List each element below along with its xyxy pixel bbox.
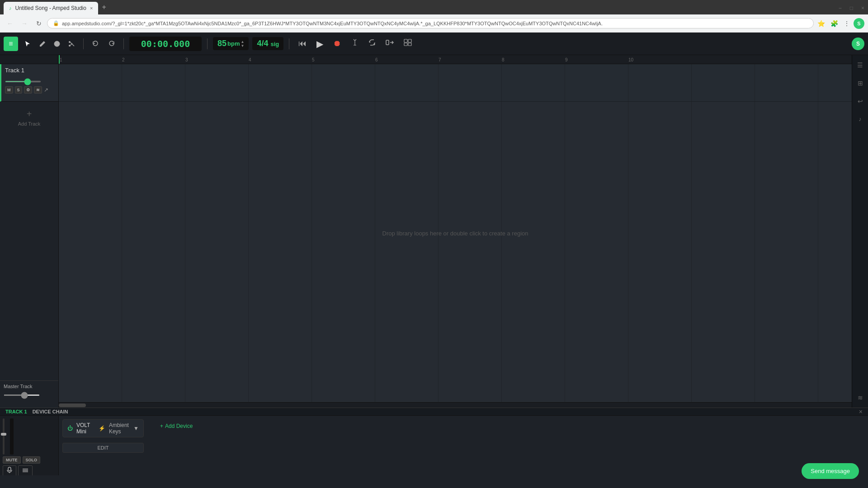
add-track-plus-icon: + [27, 109, 32, 119]
scrollbar-track-h[interactable] [59, 403, 846, 408]
device-dropdown-arrow: ▼ [133, 425, 139, 432]
quantize-button[interactable] [400, 37, 415, 50]
profile-avatar[interactable]: S [854, 18, 864, 29]
punch-in-button[interactable] [382, 37, 397, 50]
sidebar-right-icon-bottom[interactable]: ≋ [856, 391, 865, 404]
drop-hint-text: Drop library loops here or double click … [382, 230, 528, 237]
track-automation-btn-1[interactable]: ↗ [44, 87, 48, 93]
sidebar-right-icon-4[interactable]: ♪ [857, 113, 863, 125]
reload-button[interactable]: ↻ [33, 17, 45, 30]
track-eq-btn-1[interactable]: ≋ [34, 86, 42, 94]
grid-empty-space[interactable]: Drop library loops here or double click … [59, 102, 852, 402]
tab-favicon: ♪ [9, 5, 12, 11]
active-tab[interactable]: ♪ Untitled Song - Amped Studio × [4, 2, 98, 14]
redo-button[interactable] [105, 38, 118, 49]
sidebar-right-icon-3[interactable]: ↩ [856, 95, 865, 108]
timeline-area: 1 2 3 4 5 6 7 8 9 10 [59, 55, 852, 408]
forward-button[interactable]: → [18, 17, 31, 30]
device-edit-button[interactable]: EDIT [62, 443, 144, 453]
volume-fader-track[interactable] [3, 418, 5, 455]
add-track-area[interactable]: + Add Track [0, 102, 58, 380]
menu-button[interactable]: ≡ [4, 37, 18, 51]
time-signature-display[interactable]: 4/4 sig [252, 37, 283, 50]
ruler-marker-8: 8 [502, 57, 505, 62]
scissors-tool-button[interactable] [65, 38, 78, 49]
new-tab-button[interactable]: + [98, 3, 109, 11]
bottom-panel-content: MUTE SOLO [0, 416, 868, 475]
tool-group [22, 38, 78, 49]
bottom-panel: TRACK 1 DEVICE CHAIN × [0, 408, 868, 475]
extensions-button[interactable]: 🧩 [829, 18, 840, 29]
maximize-button[interactable]: □ [846, 2, 857, 14]
track-settings-btn-1[interactable]: ⚙ [24, 86, 32, 94]
mixer-eq-button[interactable] [18, 465, 33, 475]
address-bar[interactable]: 🔒 app.ampedstudio.com/?_gl=1*zkt20c*_ga*… [47, 18, 814, 28]
mixer-mute-button[interactable]: MUTE [3, 456, 21, 464]
master-track-header[interactable]: Master Track [0, 380, 58, 408]
device-item-volt-mini[interactable]: ⏻ VOLT Mini ⚡ Ambient Keys ▼ [62, 419, 144, 437]
ruler-marker-6: 6 [375, 57, 378, 62]
mixer-icon-buttons [3, 465, 56, 475]
nav-actions: ⭐ 🧩 ⋮ S [816, 18, 864, 29]
metronome-button[interactable] [348, 37, 362, 50]
clock-tool-button[interactable] [51, 38, 63, 49]
bpm-down-arrow[interactable]: ▼ [241, 44, 244, 48]
bottom-track-label: TRACK 1 [5, 409, 27, 414]
track-1-grid-row[interactable] [59, 64, 852, 102]
time-display: 00:00.000 [129, 37, 202, 51]
send-message-button[interactable]: Send message [802, 463, 859, 479]
select-tool-button[interactable] [22, 38, 34, 49]
back-button[interactable]: ← [4, 17, 16, 30]
svg-rect-5 [386, 40, 389, 45]
device-preset-dropdown[interactable]: Ambient Keys ▼ [109, 422, 139, 435]
tab-title: Untitled Song - Amped Studio [15, 5, 86, 11]
track-mute-btn-1[interactable]: M [5, 86, 13, 94]
sig-unit: sig [270, 41, 279, 47]
add-device-plus-icon: + [160, 423, 163, 429]
scrollbar-thumb-h[interactable] [59, 404, 86, 407]
bpm-display[interactable]: 85 bpm ▲ ▼ [213, 37, 249, 50]
navigation-bar: ← → ↻ 🔒 app.ampedstudio.com/?_gl=1*zkt20… [0, 14, 868, 33]
play-button[interactable]: ▶ [313, 37, 327, 51]
pencil-tool-button[interactable] [36, 38, 49, 49]
lock-icon: 🔒 [53, 20, 59, 26]
fader-column [3, 418, 5, 455]
track-volume-1[interactable] [5, 81, 41, 82]
close-button[interactable]: × [858, 2, 868, 14]
track-solo-btn-1[interactable]: S [15, 86, 22, 94]
svg-rect-8 [404, 43, 407, 46]
mixer-solo-button[interactable]: SOLO [23, 456, 41, 464]
horizontal-scrollbar[interactable] [59, 402, 852, 408]
sidebar-right-icon-2[interactable]: ⊞ [856, 77, 865, 89]
bpm-up-arrow[interactable]: ▲ [241, 40, 244, 44]
svg-point-1 [69, 41, 71, 43]
add-track-button[interactable]: + Add Track [18, 109, 41, 127]
add-device-button[interactable]: + Add Device [156, 419, 196, 433]
playhead[interactable] [59, 55, 60, 64]
sidebar-right-icon-1[interactable]: ☰ [855, 59, 865, 71]
go-to-start-button[interactable]: ⏮ [295, 37, 310, 50]
grid-container[interactable]: Drop library loops here or double click … [59, 64, 852, 402]
track-header-1[interactable]: Track 1 M S ⚙ ≋ ↗ [0, 64, 58, 102]
record-button[interactable]: ⏺ [330, 37, 345, 50]
device-power-btn[interactable]: ⏻ [67, 425, 73, 432]
add-track-label: Add Track [18, 121, 41, 127]
bookmark-button[interactable]: ⭐ [816, 18, 827, 29]
mixer-mic-button[interactable] [3, 465, 16, 475]
tab-close-btn[interactable]: × [90, 5, 93, 11]
master-volume-slider[interactable] [4, 394, 40, 396]
ruler-marker-5: 5 [312, 57, 315, 62]
track-headers-panel: Track 1 M S ⚙ ≋ ↗ + [0, 55, 59, 408]
bpm-arrows[interactable]: ▲ ▼ [241, 40, 244, 48]
loop-button[interactable] [365, 37, 379, 50]
undo-button[interactable] [89, 38, 102, 49]
separator-4 [289, 38, 289, 49]
settings-button[interactable]: ⋮ [842, 18, 852, 29]
user-avatar[interactable]: S [852, 38, 864, 50]
mute-solo-controls: MUTE SOLO [3, 456, 56, 464]
bottom-panel-close-button[interactable]: × [859, 408, 863, 415]
ruler-marker-10: 10 [628, 57, 633, 62]
minimize-button[interactable]: − [835, 2, 845, 14]
volume-fader-thumb[interactable] [1, 433, 6, 436]
timeline-ruler[interactable]: 1 2 3 4 5 6 7 8 9 10 [59, 55, 852, 64]
